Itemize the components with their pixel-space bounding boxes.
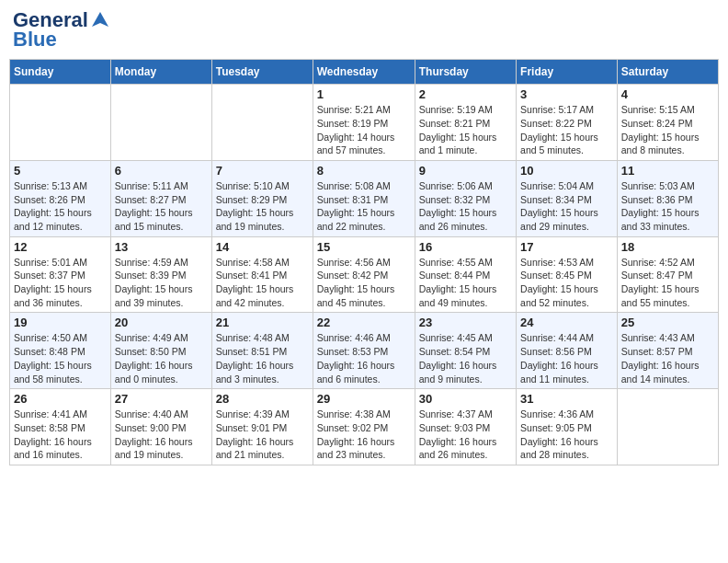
calendar-cell: 8Sunrise: 5:08 AM Sunset: 8:31 PM Daylig… — [313, 160, 415, 236]
day-info: Sunrise: 4:56 AM Sunset: 8:42 PM Dayligh… — [317, 256, 411, 310]
calendar-cell: 28Sunrise: 4:39 AM Sunset: 9:01 PM Dayli… — [211, 389, 313, 465]
calendar-week-row: 5Sunrise: 5:13 AM Sunset: 8:26 PM Daylig… — [10, 160, 719, 236]
day-number: 30 — [419, 392, 512, 406]
day-number: 1 — [317, 87, 411, 101]
calendar-cell — [10, 85, 111, 161]
calendar-cell: 12Sunrise: 5:01 AM Sunset: 8:37 PM Dayli… — [10, 236, 111, 313]
day-number: 6 — [115, 164, 208, 178]
calendar-cell: 13Sunrise: 4:59 AM Sunset: 8:39 PM Dayli… — [110, 236, 211, 313]
calendar-cell: 22Sunrise: 4:46 AM Sunset: 8:53 PM Dayli… — [313, 313, 415, 389]
calendar-cell: 27Sunrise: 4:40 AM Sunset: 9:00 PM Dayli… — [110, 389, 211, 465]
calendar-cell: 18Sunrise: 4:52 AM Sunset: 8:47 PM Dayli… — [617, 236, 718, 313]
header-wednesday: Wednesday — [313, 60, 415, 85]
calendar-cell: 3Sunrise: 5:17 AM Sunset: 8:22 PM Daylig… — [517, 85, 618, 161]
day-number: 12 — [14, 240, 107, 254]
header-monday: Monday — [110, 60, 211, 85]
day-info: Sunrise: 4:59 AM Sunset: 8:39 PM Dayligh… — [115, 256, 208, 310]
day-number: 10 — [520, 164, 613, 178]
day-number: 21 — [216, 316, 309, 329]
day-number: 26 — [14, 392, 107, 406]
day-number: 3 — [520, 87, 613, 101]
day-number: 31 — [520, 392, 613, 406]
calendar-week-row: 1Sunrise: 5:21 AM Sunset: 8:19 PM Daylig… — [10, 85, 719, 161]
day-info: Sunrise: 4:44 AM Sunset: 8:56 PM Dayligh… — [520, 331, 613, 385]
day-info: Sunrise: 4:46 AM Sunset: 8:53 PM Dayligh… — [317, 331, 411, 385]
day-number: 5 — [14, 164, 107, 178]
day-info: Sunrise: 4:55 AM Sunset: 8:44 PM Dayligh… — [419, 256, 512, 310]
calendar-week-row: 19Sunrise: 4:50 AM Sunset: 8:48 PM Dayli… — [10, 313, 719, 389]
day-info: Sunrise: 4:49 AM Sunset: 8:50 PM Dayligh… — [115, 331, 208, 385]
day-info: Sunrise: 5:17 AM Sunset: 8:22 PM Dayligh… — [520, 103, 613, 157]
logo: General Blue — [13, 9, 110, 52]
header-sunday: Sunday — [10, 60, 111, 85]
calendar-cell: 10Sunrise: 5:04 AM Sunset: 8:34 PM Dayli… — [517, 160, 618, 236]
day-info: Sunrise: 4:58 AM Sunset: 8:41 PM Dayligh… — [216, 256, 309, 310]
logo-icon — [90, 10, 110, 30]
day-info: Sunrise: 4:50 AM Sunset: 8:48 PM Dayligh… — [14, 331, 107, 385]
day-number: 2 — [419, 87, 512, 101]
day-info: Sunrise: 5:19 AM Sunset: 8:21 PM Dayligh… — [419, 103, 512, 157]
day-info: Sunrise: 5:13 AM Sunset: 8:26 PM Dayligh… — [14, 179, 107, 234]
header-thursday: Thursday — [415, 60, 516, 85]
day-number: 15 — [317, 240, 411, 254]
calendar-cell — [617, 389, 718, 465]
calendar-cell: 31Sunrise: 4:36 AM Sunset: 9:05 PM Dayli… — [517, 389, 618, 465]
calendar-week-row: 26Sunrise: 4:41 AM Sunset: 8:58 PM Dayli… — [10, 389, 719, 465]
day-info: Sunrise: 4:53 AM Sunset: 8:45 PM Dayligh… — [520, 256, 613, 310]
calendar-cell: 29Sunrise: 4:38 AM Sunset: 9:02 PM Dayli… — [313, 389, 415, 465]
header-saturday: Saturday — [617, 60, 718, 85]
calendar-cell: 9Sunrise: 5:06 AM Sunset: 8:32 PM Daylig… — [415, 160, 516, 236]
day-number: 4 — [621, 87, 714, 101]
calendar-cell: 11Sunrise: 5:03 AM Sunset: 8:36 PM Dayli… — [617, 160, 718, 236]
day-info: Sunrise: 4:39 AM Sunset: 9:01 PM Dayligh… — [216, 408, 309, 462]
day-info: Sunrise: 4:45 AM Sunset: 8:54 PM Dayligh… — [419, 331, 512, 385]
page-header: General Blue — [9, 9, 719, 52]
calendar-cell: 1Sunrise: 5:21 AM Sunset: 8:19 PM Daylig… — [313, 85, 415, 161]
day-number: 7 — [216, 164, 309, 178]
day-number: 9 — [419, 164, 512, 178]
day-info: Sunrise: 5:06 AM Sunset: 8:32 PM Dayligh… — [419, 179, 512, 234]
day-info: Sunrise: 4:40 AM Sunset: 9:00 PM Dayligh… — [115, 408, 208, 462]
day-number: 11 — [621, 164, 714, 178]
day-number: 13 — [115, 240, 208, 254]
calendar-cell — [211, 85, 313, 161]
day-number: 27 — [115, 392, 208, 406]
day-number: 29 — [317, 392, 411, 406]
day-info: Sunrise: 5:08 AM Sunset: 8:31 PM Dayligh… — [317, 179, 411, 234]
header-friday: Friday — [517, 60, 618, 85]
calendar-header-row: SundayMondayTuesdayWednesdayThursdayFrid… — [10, 60, 719, 85]
svg-marker-0 — [92, 12, 108, 27]
calendar-cell: 21Sunrise: 4:48 AM Sunset: 8:51 PM Dayli… — [211, 313, 313, 389]
day-number: 25 — [621, 316, 714, 329]
calendar-cell: 16Sunrise: 4:55 AM Sunset: 8:44 PM Dayli… — [415, 236, 516, 313]
day-info: Sunrise: 4:37 AM Sunset: 9:03 PM Dayligh… — [419, 408, 512, 462]
calendar-cell: 23Sunrise: 4:45 AM Sunset: 8:54 PM Dayli… — [415, 313, 516, 389]
day-info: Sunrise: 5:21 AM Sunset: 8:19 PM Dayligh… — [317, 103, 411, 157]
day-info: Sunrise: 5:04 AM Sunset: 8:34 PM Dayligh… — [520, 179, 613, 234]
calendar-cell: 7Sunrise: 5:10 AM Sunset: 8:29 PM Daylig… — [211, 160, 313, 236]
day-info: Sunrise: 5:01 AM Sunset: 8:37 PM Dayligh… — [14, 256, 107, 310]
day-info: Sunrise: 5:03 AM Sunset: 8:36 PM Dayligh… — [621, 179, 714, 234]
calendar-cell: 5Sunrise: 5:13 AM Sunset: 8:26 PM Daylig… — [10, 160, 111, 236]
calendar-cell: 30Sunrise: 4:37 AM Sunset: 9:03 PM Dayli… — [415, 389, 516, 465]
calendar-table: SundayMondayTuesdayWednesdayThursdayFrid… — [9, 59, 719, 465]
day-info: Sunrise: 5:11 AM Sunset: 8:27 PM Dayligh… — [115, 179, 208, 234]
day-number: 8 — [317, 164, 411, 178]
day-number: 22 — [317, 316, 411, 329]
calendar-cell: 24Sunrise: 4:44 AM Sunset: 8:56 PM Dayli… — [517, 313, 618, 389]
logo-blue: Blue — [13, 28, 57, 52]
day-number: 28 — [216, 392, 309, 406]
calendar-cell: 4Sunrise: 5:15 AM Sunset: 8:24 PM Daylig… — [617, 85, 718, 161]
day-info: Sunrise: 4:52 AM Sunset: 8:47 PM Dayligh… — [621, 256, 714, 310]
day-info: Sunrise: 4:48 AM Sunset: 8:51 PM Dayligh… — [216, 331, 309, 385]
calendar-cell: 14Sunrise: 4:58 AM Sunset: 8:41 PM Dayli… — [211, 236, 313, 313]
day-number: 19 — [14, 316, 107, 329]
day-info: Sunrise: 4:36 AM Sunset: 9:05 PM Dayligh… — [520, 408, 613, 462]
calendar-cell: 15Sunrise: 4:56 AM Sunset: 8:42 PM Dayli… — [313, 236, 415, 313]
day-number: 16 — [419, 240, 512, 254]
calendar-cell: 25Sunrise: 4:43 AM Sunset: 8:57 PM Dayli… — [617, 313, 718, 389]
calendar-cell: 17Sunrise: 4:53 AM Sunset: 8:45 PM Dayli… — [517, 236, 618, 313]
day-info: Sunrise: 5:15 AM Sunset: 8:24 PM Dayligh… — [621, 103, 714, 157]
day-number: 23 — [419, 316, 512, 329]
day-number: 17 — [520, 240, 613, 254]
